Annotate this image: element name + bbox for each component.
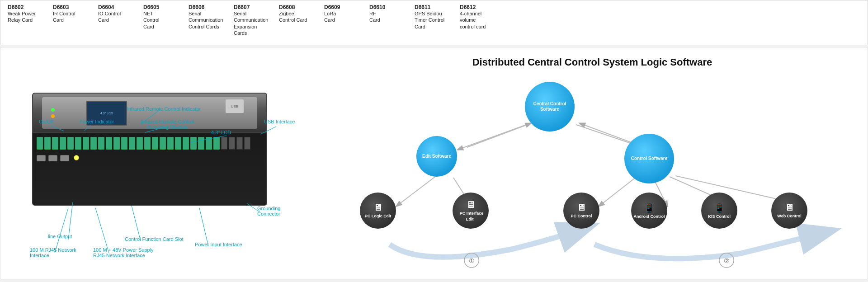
annotation-line-output: line Output: [48, 234, 72, 239]
node-central-control: Central Control Software: [525, 82, 575, 132]
device-image: 4.3" LCD USB: [5, 52, 312, 273]
annotation-power-input: Power Input Interface: [195, 242, 242, 247]
svg-point-24: [464, 253, 479, 268]
node-edit-software: Edit Software: [416, 136, 457, 177]
annotation-control-slot: Control Function Card Slot: [125, 236, 184, 242]
port-block: [152, 137, 158, 150]
port-block: [113, 137, 120, 150]
port-block: [213, 137, 220, 150]
device-diagram-panel: 4.3" LCD USB: [0, 47, 317, 279]
card-d6608: D6608 ZigbeeControl Card: [279, 4, 315, 36]
annotation-grounding: GroundingConnector: [257, 206, 280, 216]
logic-diagram-panel: Distributed Central Control System Logic…: [317, 47, 868, 279]
port-block: [37, 137, 43, 150]
port-block: [167, 137, 174, 150]
annotation-network-100m: 100 M RJ45 NetworkInterface: [30, 247, 76, 258]
card-d6609: D6609 LoRaCard: [324, 4, 360, 36]
diagram-arrows: ① ②: [330, 77, 854, 272]
port-block: [183, 137, 189, 150]
port-block: [144, 137, 151, 150]
node-pc-interface-edit: 🖥 PC Interface Edit: [453, 193, 489, 229]
svg-line-20: [599, 178, 636, 206]
card-d6607: D6607 SerialCommunicationExpansionCards: [234, 4, 270, 36]
grounding-connector: [74, 155, 79, 160]
svg-line-14: [458, 125, 526, 150]
rj45-port: [60, 155, 69, 161]
node-ios-control: 📱 IOS Control: [701, 193, 737, 229]
bottom-ports-row: [33, 153, 266, 163]
port-block-dark: [244, 137, 250, 150]
svg-point-26: [719, 253, 734, 268]
diagram-canvas: ① ② Central Control Software Edit Softwa…: [330, 77, 854, 272]
port-block: [90, 137, 97, 150]
card-d6602: D6602 Weak PowerRelay Card: [8, 4, 44, 36]
usb-port: USB: [226, 99, 244, 113]
card-d6611: D6611 GPS BeidouTimer ControlCard: [415, 4, 451, 36]
svg-text:②: ②: [724, 257, 730, 264]
port-block: [75, 137, 81, 150]
node-pc-control: 🖥 PC Control: [563, 193, 599, 229]
node-pc-logic-edit: 🖥 PC Logic Edit: [360, 193, 396, 229]
port-block: [98, 137, 104, 150]
card-d6605: D6605 NETControlCard: [143, 4, 179, 36]
annotation-power-indicator: Power Indicator: [80, 119, 114, 124]
annotation-power-supply: 100 M + 48V Power SupplyRJ45 Network Int…: [93, 247, 154, 258]
port-block-dark: [229, 137, 235, 150]
port-block: [129, 137, 135, 150]
card-d6603: D6603 IR ControlCard: [53, 4, 89, 36]
port-block: [198, 137, 204, 150]
card-d6604: D6604 IO ControlCard: [98, 4, 134, 36]
main-section: 4.3" LCD USB: [0, 47, 868, 279]
port-block-dark: [236, 137, 243, 150]
port-block: [52, 137, 58, 150]
port-block: [121, 137, 127, 150]
annotation-infrared-indicator: Infrared Remote Control Indicator: [127, 106, 201, 112]
led-on-off: [51, 108, 55, 112]
annotation-lcd: 4.3" LCD: [211, 130, 231, 135]
svg-line-18: [396, 177, 435, 206]
node-control-software: Control Software: [624, 134, 674, 183]
cards-table: D6602 Weak PowerRelay Card D6603 IR Cont…: [8, 4, 496, 36]
card-d6610: D6610 RFCard: [369, 4, 406, 36]
port-block: [106, 137, 112, 150]
port-block: [60, 137, 66, 150]
svg-line-10: [132, 206, 141, 241]
port-block: [67, 137, 74, 150]
diagram-title: Distributed Central Control System Logic…: [330, 56, 854, 68]
card-d6612: D6612 4-channelvolumecontrol card: [460, 4, 496, 36]
port-block: [137, 137, 143, 150]
svg-line-9: [95, 208, 109, 253]
annotation-usb: USB Interface: [264, 119, 295, 124]
rj45-port: [48, 155, 57, 161]
annotation-infrared-window: Infrared Remote ControlReceiving Window: [141, 119, 194, 130]
svg-line-15: [467, 123, 531, 147]
port-block: [83, 137, 89, 150]
port-block-dark: [221, 137, 227, 150]
terminal-blocks: [33, 133, 266, 153]
node-web-control: 🖥 Web Control: [771, 193, 807, 229]
top-table-section: D6602 Weak PowerRelay Card D6603 IR Cont…: [0, 0, 868, 45]
svg-line-8: [55, 208, 68, 253]
card-d6606: D6606 SerialCommunicationControl Cards: [189, 4, 225, 36]
port-block: [44, 137, 51, 150]
port-block: [160, 137, 166, 150]
led-power: [51, 114, 55, 118]
port-block: [175, 137, 181, 150]
svg-line-11: [199, 208, 208, 246]
port-block: [190, 137, 197, 150]
port-block: [206, 137, 212, 150]
device-bottom-unit: [32, 133, 267, 206]
rj45-port: [37, 155, 46, 161]
node-android-control: 📱 Android Control: [631, 193, 667, 229]
annotation-on-off: On/Off: [39, 119, 53, 124]
svg-text:①: ①: [469, 257, 475, 264]
